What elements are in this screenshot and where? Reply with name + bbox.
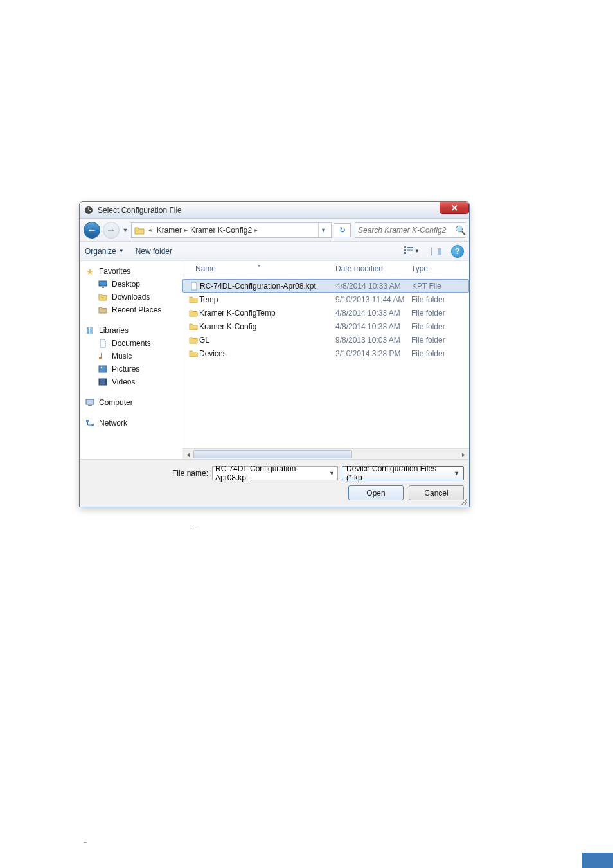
horizontal-scrollbar[interactable]: ◂ ▸ [182,448,469,459]
nav-label: Pictures [112,365,139,374]
file-name: GL [199,336,335,345]
file-row[interactable]: Kramer K-ConfigTemp4/8/2014 10:33 AMFile… [182,306,469,320]
file-type-filter[interactable]: Device Configuration Files (*.kp ▼ [342,466,464,480]
chevron-down-icon: ▼ [454,470,459,476]
address-dropdown[interactable]: ▼ [318,223,328,237]
filename-combobox[interactable]: RC-74DL-Configuration-Apr08.kpt ▼ [212,466,338,480]
music-icon [98,351,108,361]
nav-label: Desktop [112,280,140,289]
organize-label: Organize [85,247,116,256]
file-row[interactable]: RC-74DL-Configuration-Apr08.kpt4/8/2014 … [182,279,469,293]
resize-grip-icon[interactable] [459,497,467,505]
nav-label: Downloads [112,293,150,302]
nav-label: Videos [112,377,135,386]
column-label: Name [195,264,216,273]
file-date: 9/8/2013 10:03 AM [335,336,411,345]
file-row[interactable]: Kramer K-Config4/8/2014 10:33 AMFile fol… [182,320,469,333]
chevron-down-icon: ▼ [329,470,335,476]
file-name: Devices [199,349,335,358]
nav-label: Network [99,419,127,428]
list-view-icon [404,246,413,256]
folder-icon [188,309,199,317]
nav-item-downloads[interactable]: Downloads [82,291,179,303]
scroll-right-icon[interactable]: ▸ [458,449,469,460]
videos-icon [98,377,108,387]
preview-icon [431,248,441,255]
history-dropdown[interactable]: ▼ [122,227,129,233]
column-header-date[interactable]: Date modified [335,264,411,273]
refresh-button[interactable]: ↻ [334,223,351,237]
search-box[interactable]: 🔍 [355,222,465,238]
breadcrumb-item[interactable]: Kramer K-Config2 [189,226,253,235]
nav-favorites-header[interactable]: ★ Favorites [82,265,179,278]
folder-icon [188,296,199,303]
nav-item-desktop[interactable]: Desktop [82,278,179,291]
column-header-type[interactable]: Type [411,264,469,273]
file-date: 2/10/2014 3:28 PM [335,349,411,358]
svg-rect-21 [91,424,94,426]
svg-rect-11 [87,327,89,334]
nav-libraries-header[interactable]: Libraries [82,324,179,337]
filename-value: RC-74DL-Configuration-Apr08.kpt [215,464,329,482]
back-button[interactable]: ← [84,222,100,239]
file-name: Kramer K-Config [199,322,335,331]
close-button[interactable]: ✕ [440,201,469,214]
title-bar: Select Configuration File ✕ [80,202,469,219]
open-button[interactable]: Open [348,485,404,500]
nav-item-recent-places[interactable]: Recent Places [82,303,179,316]
cancel-button[interactable]: Cancel [409,485,464,500]
filter-value: Device Configuration Files (*.kp [346,464,454,482]
nav-item-pictures[interactable]: Pictures [82,363,179,375]
view-button[interactable]: ▼ [402,244,422,258]
new-folder-button[interactable]: New folder [136,247,172,256]
file-row[interactable]: GL9/8/2013 10:03 AMFile folder [182,333,469,347]
libraries-icon [85,325,95,336]
nav-item-documents[interactable]: Documents [82,337,179,350]
file-type: File folder [411,295,445,304]
file-type: File folder [411,349,445,358]
scroll-thumb[interactable] [193,450,352,458]
recent-places-icon [98,305,108,315]
nav-item-network[interactable]: Network [82,417,179,429]
chevron-right-icon: ▸ [184,226,188,233]
navigation-pane: ★ Favorites Desktop Downloads Recent Pla… [80,261,182,459]
folder-icon [188,323,199,330]
star-icon: ★ [85,266,95,276]
sort-indicator-icon: ▾ [258,263,260,269]
nav-item-videos[interactable]: Videos [82,375,179,388]
scroll-track[interactable] [193,449,458,460]
nav-item-computer[interactable]: Computer [82,396,179,409]
page-footer-rect [582,853,613,868]
column-header-name[interactable]: ▾ Name [182,264,335,273]
close-icon: ✕ [451,203,458,213]
address-bar[interactable]: « Kramer ▸ Kramer K-Config2 ▸ ▼ [131,222,332,238]
file-list: ▾ Name Date modified Type RC-74DL-Config… [182,261,469,459]
scroll-left-icon[interactable]: ◂ [182,449,193,460]
search-input[interactable] [358,226,455,235]
svg-rect-16 [99,379,100,385]
file-date: 9/10/2013 11:44 AM [335,295,411,304]
nav-label: Computer [99,398,133,407]
file-row[interactable]: Temp9/10/2013 11:44 AMFile folder [182,293,469,306]
nav-label: Recent Places [112,305,161,314]
file-name: RC-74DL-Configuration-Apr08.kpt [200,282,336,291]
breadcrumb-item[interactable]: Kramer [155,226,183,235]
svg-rect-19 [88,405,92,406]
nav-label: Music [112,352,132,361]
app-icon [84,205,94,215]
help-button[interactable]: ? [451,245,464,258]
preview-pane-button[interactable] [427,244,446,258]
organize-button[interactable]: Organize ▼ [85,247,124,256]
svg-point-14 [101,367,102,368]
breadcrumb-prefix[interactable]: « [147,226,154,235]
svg-rect-3 [404,249,406,251]
nav-label: Favorites [99,267,130,276]
chevron-down-icon: ▼ [119,248,124,254]
forward-button[interactable]: → [103,222,120,239]
file-icon [188,282,200,291]
nav-item-music[interactable]: Music [82,350,179,363]
svg-rect-20 [86,420,89,422]
file-type: File folder [411,309,445,318]
nav-bar: ← → ▼ « Kramer ▸ Kramer K-Config2 ▸ ▼ ↻ … [80,219,469,242]
file-row[interactable]: Devices2/10/2014 3:28 PMFile folder [182,347,469,360]
